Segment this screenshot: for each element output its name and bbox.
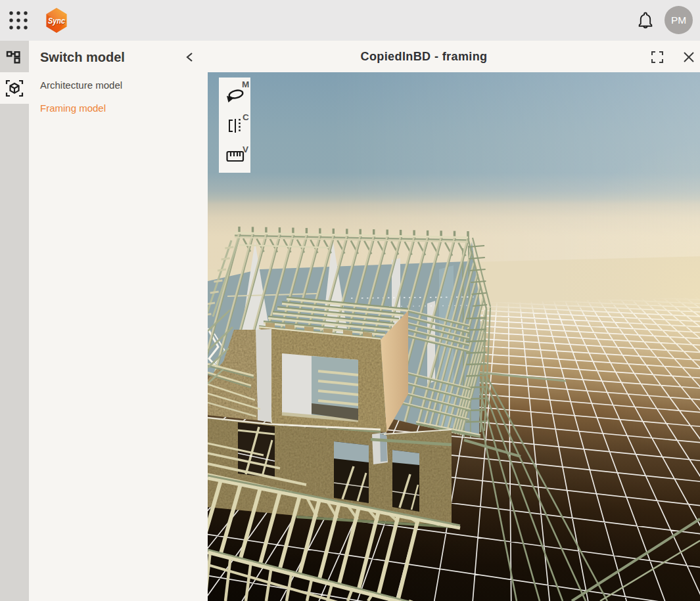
svg-text:PM: PM (671, 14, 686, 26)
svg-text:C: C (243, 112, 249, 122)
svg-text:Sync: Sync (48, 16, 66, 26)
svg-text:M: M (242, 79, 249, 89)
